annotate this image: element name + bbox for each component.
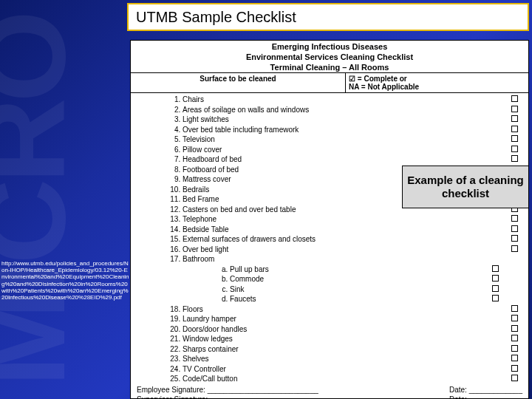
slide-title: UTMB Sample Checklist [136,9,296,26]
sup-label: Supervisor Signature: [137,395,208,399]
checklist-item: Doors/door handles [183,324,524,335]
date-line-1: _____________ [469,386,522,394]
supervisor-signature: Supervisor Signature: __________________… [137,395,317,399]
date-1: Date: _____________ [449,386,522,394]
background-watermark: MICRO [0,15,77,386]
checkbox-icon [511,146,518,152]
item-list: ChairsAreas of soilage on walls and wind… [135,95,524,384]
signature-row-1: Employee Signature: ____________________… [131,384,528,394]
checklist-item: Chairs [183,95,524,105]
checkbox-icon [511,325,518,332]
checkbox-icon [511,95,518,102]
checkbox-icon [492,295,499,301]
checklist-item: BathroomPull up barsCommodeSinkFaucets [183,254,524,304]
callout-box: Example of a cleaning checklist [402,166,529,208]
checklist-item: Headboard of bed [183,154,524,165]
sup-line: __________________________ [210,395,317,399]
checkbox-icon [511,375,518,381]
date-line-2: _____________ [469,395,522,399]
checklist-sub-item: Sink [230,284,505,295]
surface-right-line1: ☑ = Complete or [349,75,525,83]
checkbox-icon [511,345,518,352]
checkbox-icon [492,265,499,272]
checklist-document: Emerging Infectious Diseases Environment… [130,40,529,399]
checkbox-icon [511,135,518,142]
header-line-1: Emerging Infectious Diseases [131,42,528,52]
signature-row-2: Supervisor Signature: __________________… [131,394,528,399]
checkbox-icon [511,355,518,361]
surface-left-cell: Surface to be cleaned [131,73,346,93]
checklist-item: Pillow cover [183,145,524,155]
source-url: http://www.utmb.edu/policies_and_procedu… [1,260,130,301]
checklist-item: Window ledges [183,334,524,344]
surface-header-table: Surface to be cleaned ☑ = Complete or NA… [131,72,528,93]
page-number: 77 [516,383,526,393]
callout-text: Example of a cleaning checklist [406,174,525,200]
checkbox-icon [511,225,518,232]
header-line-2: Environmental Services Cleaning Checklis… [131,52,528,63]
surface-right-cell: ☑ = Complete or NA = Not Applicable [346,73,528,93]
checklist-item: Laundry hamper [183,314,524,324]
checkbox-icon [511,235,518,242]
checklist-item: Areas of soilage on walls and windows [183,105,524,115]
checklist-header: Emerging Infectious Diseases Environment… [131,41,528,72]
checklist-sub-item: Pull up bars [230,265,505,275]
checklist-sub-item: Faucets [230,294,505,304]
checklist-sub-item: Commode [230,274,505,284]
checkbox-icon [511,215,518,222]
header-line-3: Terminal Cleaning – All Rooms [131,63,528,73]
checkbox-icon [511,315,518,321]
title-box: UTMB Sample Checklist [127,3,529,31]
emp-line: ___________________________ [208,386,318,394]
checklist-item: Floors [183,304,524,315]
bathroom-sublist: Pull up barsCommodeSinkFaucets [183,265,505,304]
checklist-item: Sharps container [183,344,524,355]
checkbox-icon [492,275,499,282]
checklist-item: External surfaces of drawers and closets [183,234,524,245]
surface-right-line2: NA = Not Applicable [349,83,525,91]
checkbox-icon [511,245,518,252]
checklist-item: Shelves [183,354,524,364]
date-label-2: Date: [449,395,467,399]
employee-signature: Employee Signature: ____________________… [137,386,318,394]
emp-label: Employee Signature: [137,386,205,394]
slide: MICRO UTMB Sample Checklist Emerging Inf… [0,0,532,399]
checklist-item: Television [183,134,524,145]
checklist-item: Bedside Table [183,225,524,235]
checkbox-icon [511,305,518,312]
checklist-item: Over bed light [183,245,524,255]
date-label-1: Date: [449,386,467,394]
checklist-item: Telephone [183,214,524,225]
checkbox-icon [492,285,499,292]
checklist-item: Over bed table including framework [183,125,524,135]
checkbox-icon [511,106,518,112]
checkbox-icon [511,126,518,132]
checkbox-icon [511,115,518,122]
checklist-item: Light switches [183,115,524,125]
checkbox-icon [511,155,518,162]
date-2: Date: _____________ [449,395,522,399]
checklist-items: ChairsAreas of soilage on walls and wind… [131,93,528,384]
checkbox-icon [511,335,518,341]
checklist-item: TV Controller [183,364,524,375]
checkbox-icon [511,365,518,372]
checklist-item: Code/Call button [183,374,524,384]
